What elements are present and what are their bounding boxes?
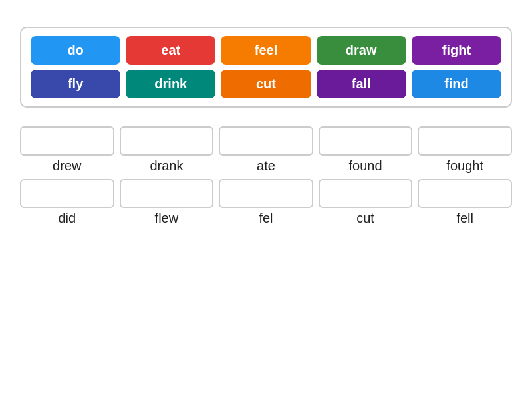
answer-col-ans-found: found	[319, 126, 413, 174]
answer-area: drewdrankatefoundfought didflewfelcutfel…	[20, 126, 512, 226]
word-label-ans-cut2: cut	[356, 211, 374, 226]
btn-eat[interactable]: eat	[126, 36, 215, 65]
answer-col-ans-fel: fel	[219, 179, 313, 226]
word-label-ans-fel: fel	[259, 211, 273, 226]
drop-box-ans-ate[interactable]	[219, 126, 313, 156]
word-label-ans-drank: drank	[150, 158, 183, 174]
drop-box-ans-fell[interactable]	[418, 179, 512, 208]
btn-drink[interactable]: drink	[126, 70, 215, 98]
btn-cut[interactable]: cut	[221, 70, 311, 98]
drop-box-ans-fought[interactable]	[418, 126, 512, 156]
word-label-ans-ate: ate	[257, 158, 275, 174]
answer-row-1: drewdrankatefoundfought	[20, 126, 512, 174]
btn-find[interactable]: find	[412, 70, 501, 98]
answer-row-2: didflewfelcutfell	[20, 179, 512, 226]
answer-col-ans-drank: drank	[120, 126, 214, 174]
btn-fly[interactable]: fly	[31, 70, 120, 98]
word-label-ans-fought: fought	[446, 158, 483, 174]
btn-feel[interactable]: feel	[221, 36, 311, 65]
drop-box-ans-drew[interactable]	[20, 126, 114, 156]
drop-box-ans-cut2[interactable]	[319, 179, 413, 208]
word-bank: doeatfeeldrawfightflydrinkcutfallfind	[20, 27, 512, 108]
drop-box-ans-flew[interactable]	[120, 179, 214, 208]
btn-draw[interactable]: draw	[317, 36, 406, 65]
btn-fight[interactable]: fight	[412, 36, 501, 65]
answer-col-ans-cut2: cut	[319, 179, 413, 226]
word-label-ans-fell: fell	[456, 211, 473, 226]
answer-col-ans-drew: drew	[20, 126, 114, 174]
drop-box-ans-drank[interactable]	[120, 126, 214, 156]
drop-box-ans-found[interactable]	[319, 126, 413, 156]
btn-fall[interactable]: fall	[317, 70, 406, 98]
answer-col-ans-did: did	[20, 179, 114, 226]
answer-col-ans-ate: ate	[219, 126, 313, 174]
word-label-ans-did: did	[58, 211, 76, 226]
drop-box-ans-fel[interactable]	[219, 179, 313, 208]
word-label-ans-flew: flew	[155, 211, 179, 226]
answer-col-ans-fought: fought	[418, 126, 512, 174]
word-label-ans-found: found	[349, 158, 382, 174]
btn-do[interactable]: do	[31, 36, 120, 65]
drop-box-ans-did[interactable]	[20, 179, 114, 208]
answer-col-ans-flew: flew	[120, 179, 214, 226]
answer-col-ans-fell: fell	[418, 179, 512, 226]
word-label-ans-drew: drew	[53, 158, 81, 174]
